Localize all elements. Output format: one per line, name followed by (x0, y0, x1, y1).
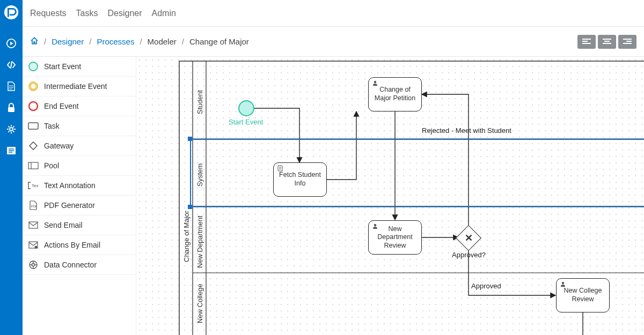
svg-point-5 (29, 62, 38, 71)
svg-point-28 (562, 282, 564, 284)
nav-designer[interactable]: Designer (108, 9, 142, 18)
crumb-current: Change of Major (189, 37, 249, 46)
lane-label-system[interactable]: System (194, 159, 205, 191)
user-task-icon (372, 80, 378, 88)
bpmn-canvas[interactable]: Change of Major Student System New Depar… (136, 57, 644, 335)
palette-start-event[interactable]: Start Event (23, 57, 136, 77)
pool-icon (28, 160, 39, 171)
palette-text-annotation[interactable]: Text Text Annotation (23, 176, 136, 196)
palette-label: Pool (44, 161, 59, 170)
lane-label-new-department[interactable]: New Department (194, 212, 205, 271)
script-task-icon (277, 165, 283, 174)
svg-rect-10 (30, 142, 37, 150)
alignment-toolbar (577, 35, 636, 49)
svg-point-17 (35, 246, 38, 249)
align-center-button[interactable] (598, 35, 616, 49)
task-label: Change of Major Petition (373, 86, 417, 102)
svg-rect-11 (28, 162, 38, 169)
lane-label-new-college[interactable]: New College (194, 279, 205, 327)
breadcrumb: / Designer / Processes / Modeler / Chang… (23, 27, 644, 57)
task-icon (28, 121, 39, 131)
crumb-sep: / (89, 37, 91, 46)
home-icon[interactable] (30, 36, 39, 47)
selection-handle[interactable] (188, 137, 192, 141)
nav-admin[interactable]: Admin (152, 9, 176, 18)
play-icon[interactable] (6, 39, 16, 48)
gateway-label: Approved? (452, 251, 486, 259)
node-new-department-review[interactable]: New Department Review (368, 220, 422, 255)
palette-gateway[interactable]: Gateway (23, 136, 136, 156)
node-gateway-approved[interactable]: ✕ (456, 225, 481, 251)
crumb-sep: / (182, 37, 184, 46)
app-icon-rail (0, 0, 23, 335)
node-start-event[interactable] (238, 100, 254, 116)
selection-rect (190, 139, 644, 207)
palette-label: Start Event (44, 62, 81, 71)
app-logo[interactable] (3, 4, 19, 20)
palette-label: Intermediate Event (44, 82, 107, 91)
palette-label: Task (44, 122, 60, 130)
document-icon[interactable] (6, 81, 16, 91)
email-icon (28, 220, 39, 230)
palette-pdf-generator[interactable]: PDF PDF Generator (23, 196, 136, 215)
palette-label: Send Email (44, 221, 83, 229)
node-new-college-review[interactable]: New College Review (556, 278, 610, 312)
crumb-modeler: Modeler (148, 37, 177, 46)
crumb-designer[interactable]: Designer (52, 37, 84, 46)
svg-point-7 (31, 84, 36, 90)
palette-end-event[interactable]: End Event (23, 96, 136, 116)
user-task-icon (372, 223, 378, 232)
flow-label-rejected: Rejected - Meet with Student (422, 126, 511, 135)
svg-rect-2 (8, 107, 14, 112)
palette-label: Actions By Email (44, 241, 100, 249)
data-connector-icon (28, 259, 39, 270)
task-label: New Department Review (373, 225, 417, 250)
palette-actions-by-email[interactable]: Actions By Email (23, 235, 136, 255)
node-change-of-major-petition[interactable]: Change of Major Petition (368, 77, 422, 111)
svg-point-8 (29, 102, 38, 110)
flow-label-approved: Approved (471, 282, 501, 290)
lane-label-student[interactable]: Student (194, 84, 205, 121)
pdf-icon: PDF (28, 200, 39, 211)
svg-point-27 (374, 224, 376, 226)
palette-label: Text Annotation (44, 181, 96, 190)
list-icon[interactable] (6, 146, 16, 155)
palette-label: Data Connector (44, 260, 97, 269)
svg-rect-9 (28, 123, 38, 129)
intermediate-event-icon (28, 81, 39, 92)
svg-point-19 (32, 264, 35, 266)
start-event-icon (28, 61, 39, 72)
palette-task[interactable]: Task (23, 116, 136, 136)
lock-icon[interactable] (6, 103, 16, 113)
palette-pool[interactable]: Pool (23, 156, 136, 176)
gateway-icon (28, 140, 39, 151)
gear-icon[interactable] (6, 124, 16, 134)
task-label: Fetch Student Info (278, 171, 322, 188)
node-fetch-student-info[interactable]: Fetch Student Info (273, 162, 327, 197)
user-task-icon (560, 281, 566, 289)
bpmn-palette: Start Event Intermediate Event End Event… (23, 57, 136, 335)
actions-email-icon (28, 240, 39, 250)
palette-intermediate-event[interactable]: Intermediate Event (23, 77, 136, 96)
palette-data-connector[interactable]: Data Connector (23, 255, 136, 275)
palette-label: End Event (44, 102, 79, 110)
code-icon[interactable] (6, 60, 16, 70)
text-annotation-icon: Text (28, 180, 39, 191)
nav-requests[interactable]: Requests (30, 9, 67, 18)
task-label: New College Review (561, 287, 605, 303)
start-event-label: Start Event (229, 118, 263, 126)
align-right-button[interactable] (618, 35, 636, 49)
end-event-icon (28, 101, 39, 111)
svg-text:Text: Text (32, 183, 39, 188)
palette-label: Gateway (44, 142, 74, 150)
svg-point-3 (10, 128, 13, 131)
pool-label[interactable]: Change of Major (180, 202, 192, 271)
svg-rect-15 (29, 222, 38, 228)
palette-label: PDF Generator (44, 201, 95, 210)
align-left-button[interactable] (577, 35, 596, 49)
gateway-x-icon: ✕ (460, 229, 477, 247)
nav-tasks[interactable]: Tasks (76, 9, 98, 18)
crumb-sep: / (140, 37, 142, 46)
palette-send-email[interactable]: Send Email (23, 215, 136, 235)
crumb-processes[interactable]: Processes (97, 37, 134, 46)
